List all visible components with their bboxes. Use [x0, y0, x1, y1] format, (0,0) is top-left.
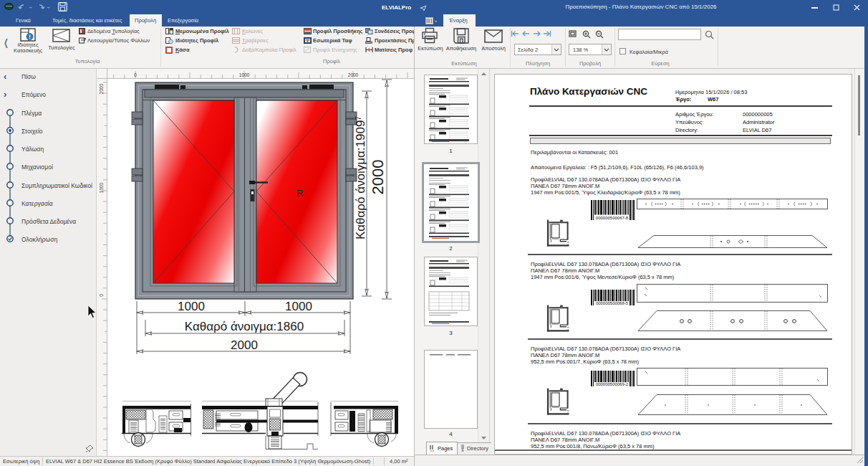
- svg-text:1000: 1000: [178, 300, 205, 313]
- svg-text:1000: 1000: [285, 300, 312, 313]
- svg-text:000000500069-2: 000000500069-2: [596, 383, 628, 386]
- svg-text:2000: 2000: [369, 160, 387, 195]
- svg-text:2000: 2000: [231, 338, 258, 352]
- svg-text:000000500067-8: 000000500067-8: [596, 216, 629, 220]
- svg-text:Καθαρό άνοιγμα:1860: Καθαρό άνοιγμα:1860: [185, 320, 304, 333]
- svg-text:Καθαρό άνοιγμα:19097: Καθαρό άνοιγμα:19097: [354, 116, 367, 239]
- svg-text:000000500068-5: 000000500068-5: [596, 302, 628, 305]
